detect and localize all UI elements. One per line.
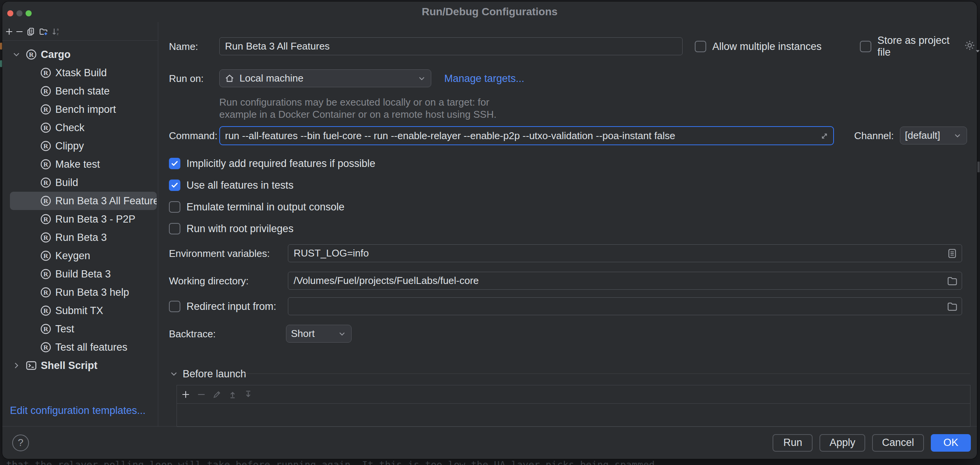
svg-text:R: R (43, 197, 48, 205)
run-on-value: Local machine (239, 72, 304, 84)
tree-item-label: Test all features (55, 342, 127, 353)
tree-item[interactable]: R Keygen (2, 247, 158, 265)
manage-targets-link[interactable]: Manage targets... (444, 73, 524, 85)
option-root-privileges[interactable]: Run with root privileges (169, 223, 294, 235)
chevron-right-icon[interactable] (11, 361, 21, 370)
tree-item-shell-script-group[interactable]: Shell Script (2, 356, 158, 375)
tree-item-label: Keygen (55, 250, 90, 262)
root-privileges-label: Run with root privileges (186, 223, 294, 235)
ok-button[interactable]: OK (931, 434, 971, 452)
tree-item-label: Run Beta 3 All Features (55, 195, 157, 207)
tree-item[interactable]: R Run Beta 3 help (2, 283, 158, 301)
svg-text:R: R (43, 326, 48, 333)
tree-item[interactable]: R Bench state (2, 82, 158, 100)
svg-text:R: R (43, 271, 48, 278)
tree-item[interactable]: R Build Beta 3 (2, 265, 158, 283)
allow-multiple-instances-checkbox[interactable] (695, 41, 706, 52)
tree-item[interactable]: R Submit TX (2, 301, 158, 320)
emulate-terminal-label: Emulate terminal in output console (186, 201, 344, 213)
svg-text:R: R (43, 289, 48, 296)
edit-task-icon[interactable] (212, 390, 222, 399)
command-input[interactable]: run --all-features --bin fuel-core -- ru… (219, 126, 834, 145)
chevron-down-icon[interactable] (11, 50, 21, 59)
tree-item-label: Build (55, 177, 78, 189)
tree-item[interactable]: R Build (2, 173, 158, 192)
redirect-input-option[interactable]: Redirect input from: (169, 297, 276, 316)
move-down-icon[interactable] (243, 390, 253, 399)
cancel-button[interactable]: Cancel (872, 434, 924, 452)
svg-text:R: R (43, 69, 48, 77)
new-folder-icon[interactable] (39, 27, 48, 36)
tree-item[interactable]: R Clippy (2, 137, 158, 155)
browse-folder-icon[interactable] (946, 275, 958, 287)
tree-item[interactable]: R Bench import (2, 100, 158, 119)
run-on-dropdown[interactable]: Local machine (219, 69, 431, 87)
channel-dropdown[interactable]: [default] (900, 127, 967, 144)
remove-task-icon[interactable] (196, 390, 206, 399)
before-launch-toolbar (177, 385, 970, 404)
store-as-project-file-option[interactable]: Store as project file (860, 37, 977, 56)
tree-item-cargo-group[interactable]: R Cargo (2, 45, 158, 64)
tree-item-label: Build Beta 3 (55, 268, 111, 280)
store-options-gear-button[interactable] (963, 39, 977, 54)
redirect-input-label: Redirect input from: (186, 301, 276, 313)
tree-item[interactable]: R Run Beta 3 - P2P (2, 210, 158, 228)
chevron-down-icon (337, 329, 347, 338)
sort-alpha-icon[interactable]: a z (51, 27, 60, 36)
remove-icon[interactable] (15, 27, 24, 36)
tree-item[interactable]: R Xtask Build (2, 64, 158, 82)
all-features-tests-checkbox[interactable] (169, 180, 180, 191)
run-debug-configurations-dialog: Run/Debug Configurations a (2, 2, 977, 459)
working-directory-input[interactable]: /Volumes/Fuel/projects/FuelLabs/fuel-cor… (288, 272, 962, 290)
implicit-features-checkbox[interactable] (169, 158, 180, 169)
edit-variables-icon[interactable] (946, 248, 958, 259)
svg-text:R: R (43, 106, 48, 113)
hint-line-2: example in a Docker Container or on a re… (219, 108, 496, 120)
svg-text:R: R (43, 234, 48, 241)
option-emulate-terminal[interactable]: Emulate terminal in output console (169, 201, 344, 213)
cargo-icon: R (40, 140, 52, 152)
copy-icon[interactable] (27, 27, 36, 36)
edit-configuration-templates-link[interactable]: Edit configuration templates... (10, 405, 146, 417)
tree-item[interactable]: R Test all features (2, 338, 158, 356)
local-machine-icon (224, 73, 235, 84)
add-task-icon[interactable] (181, 390, 191, 399)
tree-item-label: Shell Script (41, 360, 98, 372)
browse-folder-icon[interactable] (946, 301, 958, 312)
name-input[interactable]: Run Beta 3 All Features (219, 37, 683, 55)
before-launch-header[interactable]: Before launch (169, 365, 246, 383)
emulate-terminal-checkbox[interactable] (169, 201, 180, 213)
redirect-input-field[interactable] (288, 297, 962, 315)
redirect-input-checkbox[interactable] (169, 301, 180, 312)
dialog-footer: ? Run Apply Cancel OK (2, 426, 977, 459)
dialog-title: Run/Debug Configurations (2, 2, 977, 22)
svg-text:R: R (43, 124, 48, 131)
tree-item[interactable]: R Test (2, 320, 158, 338)
backtrace-dropdown[interactable]: Short (286, 325, 352, 343)
tree-item[interactable]: R Check (2, 119, 158, 137)
chevron-down-icon (417, 74, 426, 83)
move-up-icon[interactable] (228, 390, 238, 399)
allow-multiple-instances-label: Allow multiple instances (712, 41, 822, 53)
root-privileges-checkbox[interactable] (169, 223, 180, 234)
tree-item-selected[interactable]: R Run Beta 3 All Features (10, 192, 157, 210)
allow-multiple-instances-option[interactable]: Allow multiple instances (695, 37, 822, 56)
apply-button[interactable]: Apply (819, 434, 865, 452)
tree-item-label: Clippy (55, 140, 84, 152)
option-all-features-tests[interactable]: Use all features in tests (169, 179, 294, 191)
tree-item[interactable]: R Run Beta 3 (2, 228, 158, 247)
sidebar-toolbar: a z (2, 22, 158, 41)
expand-field-icon[interactable] (819, 131, 829, 141)
svg-text:R: R (43, 143, 48, 150)
store-as-project-file-checkbox[interactable] (860, 41, 871, 52)
add-icon[interactable] (5, 27, 14, 36)
run-on-hint: Run configurations may be executed local… (219, 96, 496, 120)
option-implicit-features[interactable]: Implicitly add required features if poss… (169, 157, 375, 170)
run-button[interactable]: Run (773, 434, 813, 452)
environment-variables-input[interactable]: RUST_LOG=info (288, 244, 962, 262)
svg-text:R: R (43, 252, 48, 260)
help-button[interactable]: ? (12, 435, 29, 451)
cargo-icon: R (40, 176, 52, 189)
svg-text:R: R (29, 51, 34, 58)
tree-item[interactable]: R Make test (2, 155, 158, 173)
